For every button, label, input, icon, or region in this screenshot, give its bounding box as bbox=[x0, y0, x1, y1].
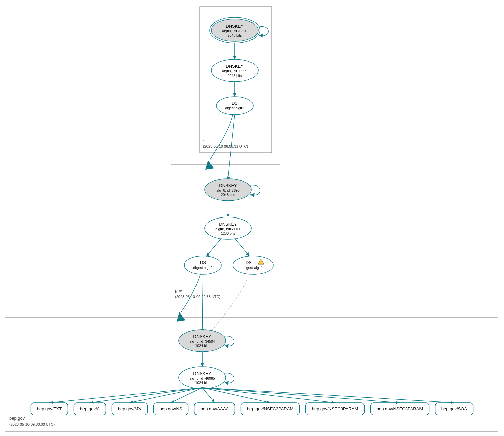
delegation-arrow-gov-to-bep bbox=[177, 312, 185, 322]
svg-marker-50 bbox=[201, 363, 204, 367]
rrset-label: bep.gov/TXT bbox=[37, 406, 62, 411]
svg-text:DNSKEY: DNSKEY bbox=[226, 64, 244, 69]
zone-gov-label: gov bbox=[175, 288, 182, 293]
edge-govzsk-ds2 bbox=[207, 238, 221, 255]
svg-point-12 bbox=[216, 97, 253, 115]
svg-text:DNSKEY: DNSKEY bbox=[226, 23, 244, 29]
node-gov-ksk[interactable]: DNSKEY alg=8, id=7698 2048 bits bbox=[205, 179, 251, 201]
svg-text:alg=8, id=7698: alg=8, id=7698 bbox=[216, 188, 240, 192]
node-bep-zsk[interactable]: DNSKEY alg=8, id=46965 1024 bits bbox=[179, 367, 226, 389]
node-root-ds[interactable]: DS digest alg=2 bbox=[216, 97, 253, 115]
node-bep-ksk[interactable]: DNSKEY alg=8, id=34504 1024 bits bbox=[179, 330, 226, 352]
svg-point-28 bbox=[184, 256, 221, 274]
edge-govzsk-ds1 bbox=[235, 238, 249, 255]
svg-marker-64 bbox=[171, 400, 175, 403]
zone-root-timestamp: (2023-05-10 06:08:31 UTC) bbox=[203, 144, 248, 148]
node-gov-zsk[interactable]: DNSKEY alg=8, id=50011 1280 bits bbox=[205, 217, 251, 239]
rrset-box[interactable]: bep.gov/A bbox=[74, 403, 106, 415]
rrset-box[interactable]: bep.gov/TXT bbox=[31, 403, 68, 415]
svg-marker-37 bbox=[246, 252, 250, 256]
svg-text:DNSKEY: DNSKEY bbox=[219, 222, 237, 227]
rrset-row: bep.gov/TXTbep.gov/Abep.gov/MXbep.gov/NS… bbox=[31, 403, 473, 415]
svg-text:digest alg=1: digest alg=1 bbox=[244, 265, 263, 270]
edge-ds2-bepksk bbox=[202, 274, 203, 331]
svg-text:2048 bits: 2048 bits bbox=[228, 74, 242, 78]
svg-text:DNSKEY: DNSKEY bbox=[193, 334, 211, 339]
rrset-box[interactable]: bep.gov/NSEC3PARAM bbox=[241, 403, 300, 415]
rrset-label: bep.gov/NS bbox=[160, 406, 182, 411]
rrset-box[interactable]: bep.gov/NS bbox=[154, 403, 188, 415]
svg-text:alg=8, id=20326: alg=8, id=20326 bbox=[222, 29, 247, 33]
svg-text:digest alg=2: digest alg=2 bbox=[193, 265, 213, 270]
svg-marker-6 bbox=[259, 34, 263, 38]
rrset-label: bep.gov/NSEC3PARAM bbox=[312, 406, 358, 411]
zone-root-label: . bbox=[203, 137, 204, 142]
svg-text:1024 bits: 1024 bits bbox=[195, 344, 210, 348]
dnssec-graph: . (2023-05-10 06:08:31 UTC) DNSKEY alg=8… bbox=[0, 0, 504, 436]
zone-gov-timestamp: (2023-05-10 09:29:33 UTC) bbox=[175, 295, 220, 299]
svg-text:DS: DS bbox=[246, 260, 252, 265]
svg-text:1280 bits: 1280 bits bbox=[221, 231, 235, 235]
rrset-label: bep.gov/NSEC3PARAM bbox=[247, 406, 294, 411]
rrset-box[interactable]: bep.gov/NSEC3PARAM bbox=[306, 403, 365, 415]
zone-root: . (2023-05-10 06:08:31 UTC) DNSKEY alg=8… bbox=[200, 7, 272, 153]
node-root-ksk[interactable]: DNSKEY alg=8, id=20326 2048 bits bbox=[210, 17, 260, 43]
svg-text:digest alg=2: digest alg=2 bbox=[225, 106, 244, 110]
svg-marker-51 bbox=[225, 381, 229, 385]
svg-marker-11 bbox=[233, 56, 236, 59]
zone-gov: gov (2023-05-10 09:29:33 UTC) DNSKEY alg… bbox=[171, 164, 280, 302]
rrset-label: bep.gov/SOA bbox=[441, 406, 467, 411]
svg-marker-27 bbox=[226, 214, 230, 217]
svg-text:DS: DS bbox=[232, 101, 238, 106]
svg-text:alg=8, id=60955: alg=8, id=60955 bbox=[222, 69, 247, 73]
svg-text:DNSKEY: DNSKEY bbox=[193, 371, 211, 376]
rrset-box[interactable]: bep.gov/SOA bbox=[435, 403, 473, 415]
svg-text:2048 bits: 2048 bits bbox=[228, 33, 242, 37]
zone-bep-timestamp: (2023-05-10 09:30:00 UTC) bbox=[9, 422, 55, 426]
svg-point-32 bbox=[233, 256, 273, 274]
svg-marker-15 bbox=[233, 93, 236, 97]
edge-ds1-bepksk bbox=[210, 274, 250, 332]
rrset-label: bep.gov/NSEC3PARAM bbox=[377, 406, 423, 411]
svg-text:DNSKEY: DNSKEY bbox=[219, 183, 237, 188]
node-gov-ds2[interactable]: DS digest alg=2 bbox=[184, 256, 221, 274]
svg-text:alg=8, id=50011: alg=8, id=50011 bbox=[215, 227, 240, 231]
zone-bep: bep.gov (2023-05-10 09:30:00 UTC) DNSKEY… bbox=[5, 317, 498, 431]
node-root-zsk[interactable]: DNSKEY alg=8, id=60955 2048 bits bbox=[211, 59, 258, 82]
rrset-box[interactable]: bep.gov/MX bbox=[112, 403, 148, 415]
svg-text:!: ! bbox=[260, 261, 262, 265]
rrset-box[interactable]: bep.gov/NSEC3PARAM bbox=[371, 403, 429, 415]
svg-marker-45 bbox=[225, 344, 229, 348]
svg-text:1024 bits: 1024 bits bbox=[195, 381, 210, 385]
rrset-label: bep.gov/MX bbox=[118, 406, 142, 411]
svg-text:2048 bits: 2048 bits bbox=[221, 193, 235, 197]
delegation-arrow-root-to-gov bbox=[205, 160, 214, 170]
rrset-box[interactable]: bep.gov/AAAA bbox=[194, 403, 235, 415]
rrset-label: bep.gov/AAAA bbox=[201, 406, 229, 411]
svg-marker-22 bbox=[250, 193, 255, 197]
svg-text:alg=8, id=46965: alg=8, id=46965 bbox=[189, 376, 215, 380]
svg-text:alg=8, id=34504: alg=8, id=34504 bbox=[189, 339, 215, 343]
rrset-label: bep.gov/A bbox=[80, 406, 100, 411]
svg-text:DS: DS bbox=[200, 260, 206, 265]
zone-bep-label: bep.gov bbox=[9, 416, 25, 421]
node-gov-ds1[interactable]: DS digest alg=1 ! bbox=[233, 256, 273, 274]
